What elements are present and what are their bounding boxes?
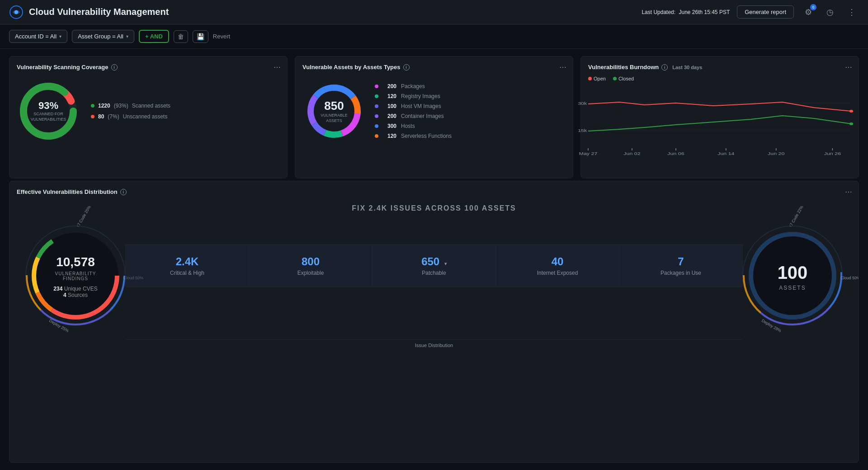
- vulnerability-count: 10,578: [53, 255, 97, 269]
- closed-dot: [613, 77, 617, 80]
- account-id-filter[interactable]: Account ID = All ▾: [9, 30, 67, 43]
- container-dot: [375, 114, 378, 118]
- open-legend: Open: [588, 76, 606, 81]
- dist-card: Effective Vulnerabilities Distribution i…: [9, 181, 859, 463]
- svg-text:15k: 15k: [578, 128, 587, 133]
- svg-text:Jun 20: Jun 20: [768, 151, 784, 156]
- metric-critical: 2.4K Critical & High: [126, 244, 249, 287]
- generate-report-button[interactable]: Generate report: [737, 5, 794, 19]
- bottom-row: Effective Vulnerabilities Distribution i…: [9, 181, 859, 463]
- header-left: Cloud Vulnerability Management: [9, 5, 169, 19]
- dist-title: Effective Vulnerabilities Distribution i: [17, 188, 851, 195]
- info-icon[interactable]: i: [661, 64, 668, 70]
- filter-bar: Account ID = All ▾ Asset Group = All ▾ +…: [0, 24, 868, 49]
- card-menu-icon[interactable]: ⋯: [274, 63, 281, 71]
- asset-hostvm: 100 Host VM Images: [375, 103, 452, 109]
- assets-donut: 850 VULNERABLE ASSETS: [302, 80, 366, 143]
- assets-legend: 200 Packages 120 Registry Images 100 Hos…: [375, 83, 452, 139]
- coverage-content: 93% SCANNED FOR VULNERABILITIES 1220 (93…: [17, 76, 280, 143]
- assets-label: ASSETS: [778, 284, 808, 291]
- filter-icon-button[interactable]: ⚙ 6: [801, 5, 816, 19]
- patchable-arrow[interactable]: ▾: [444, 261, 447, 266]
- last-updated-text: Last Updated: June 26th 15:45 PST: [642, 9, 730, 15]
- svg-text:Jun 14: Jun 14: [717, 151, 734, 156]
- hosts-dot: [375, 124, 378, 128]
- info-icon[interactable]: i: [120, 189, 127, 195]
- funnel-metrics: 2.4K Critical & High 800 Exploitable 650…: [125, 244, 743, 287]
- vulnerable-assets-title: Vulnerable Assets by Assets Types i: [302, 64, 566, 70]
- app-title: Cloud Vulnerability Management: [29, 7, 169, 17]
- and-button[interactable]: + AND: [139, 30, 169, 43]
- issue-dist-label: Issue Distribution: [125, 339, 743, 348]
- card-menu-icon[interactable]: ⋯: [845, 188, 852, 196]
- svg-text:Jun 06: Jun 06: [667, 151, 684, 156]
- left-circle-center: 10,578 VULNERABILITY FINDINGS 234 Unique…: [53, 255, 97, 298]
- metric-exploitable: 800 Exploitable: [249, 244, 373, 287]
- main-content: Vulnerability Scanning Coverage i ⋯ 93%: [0, 49, 868, 470]
- svg-text:May 27: May 27: [579, 151, 598, 156]
- info-icon[interactable]: i: [403, 64, 410, 70]
- funnel-container: 10,578 VULNERABILITY FINDINGS 234 Unique…: [17, 226, 851, 352]
- metric-packages: 7 Packages in Use: [619, 244, 742, 287]
- save-icon: 💾: [197, 33, 204, 40]
- packages-dot: [375, 85, 378, 88]
- card-menu-icon[interactable]: ⋯: [559, 63, 566, 71]
- scanning-coverage-title: Vulnerability Scanning Coverage i: [17, 64, 280, 70]
- asset-packages: 200 Packages: [375, 83, 452, 89]
- delete-filter-button[interactable]: 🗑: [174, 30, 188, 43]
- closed-legend: Closed: [613, 76, 634, 81]
- unscanned-stat: 80 (7%) Unscanned assets: [91, 113, 170, 120]
- unscanned-dot: [91, 115, 94, 118]
- assets-donut-center: 850 VULNERABLE ASSETS: [321, 99, 348, 123]
- chevron-down-icon: ▾: [59, 34, 61, 39]
- svg-point-16: [849, 110, 853, 113]
- revert-button[interactable]: Revert: [213, 33, 230, 40]
- more-icon: ⋮: [848, 7, 856, 17]
- svg-point-17: [849, 122, 853, 125]
- chevron-down-icon: ▾: [126, 34, 128, 39]
- serverless-dot: [375, 134, 378, 138]
- metric-internet: 40 Internet Exposed: [496, 244, 619, 287]
- clock-icon: ◷: [826, 7, 834, 17]
- app-logo: [9, 5, 24, 19]
- fix-banner: FIX 2.4K ISSUES ACROSS 100 ASSETS: [17, 204, 851, 212]
- svg-text:Jun 26: Jun 26: [824, 151, 841, 156]
- left-circle-area: 10,578 VULNERABILITY FINDINGS 234 Unique…: [21, 221, 130, 331]
- registry-dot: [375, 94, 378, 98]
- scanning-donut: 93% SCANNED FOR VULNERABILITIES: [17, 80, 80, 143]
- burndown-chart: 30k 15k May 27 Jun 02 Jun 06 Jun 14 Jun …: [588, 85, 851, 171]
- clock-icon-button[interactable]: ◷: [823, 5, 837, 19]
- filter-badge: 6: [810, 4, 816, 10]
- svg-point-1: [14, 10, 18, 14]
- header-right: Last Updated: June 26th 15:45 PST Genera…: [642, 5, 859, 19]
- open-dot: [588, 77, 592, 80]
- svg-text:30k: 30k: [578, 101, 587, 106]
- asset-hosts: 300 Hosts: [375, 123, 452, 129]
- scanning-coverage-card: Vulnerability Scanning Coverage i ⋯ 93%: [9, 56, 288, 179]
- asset-registry: 120 Registry Images: [375, 93, 452, 99]
- app-header: Cloud Vulnerability Management Last Upda…: [0, 0, 868, 24]
- scanned-dot: [91, 104, 94, 108]
- burndown-card: Vulnerabilities Burndown i Last 30 days …: [580, 56, 859, 179]
- cloud-label-right: Cloud 50%: [840, 276, 859, 280]
- donut-center: 93% SCANNED FOR VULNERABILITIES: [31, 100, 66, 122]
- info-icon[interactable]: i: [111, 64, 118, 70]
- burndown-title: Vulnerabilities Burndown i Last 30 days: [588, 64, 851, 70]
- svg-text:Jun 02: Jun 02: [623, 151, 640, 156]
- top-row: Vulnerability Scanning Coverage i ⋯ 93%: [9, 56, 859, 174]
- asset-group-filter[interactable]: Asset Group = All ▾: [72, 30, 134, 43]
- more-options-button[interactable]: ⋮: [844, 5, 859, 19]
- assets-content: 850 VULNERABLE ASSETS 200 Packages: [302, 76, 566, 143]
- assets-count: 100: [778, 262, 808, 282]
- right-circle-area: 100 ASSETS ↑7 Code 22% Cloud 50% Deploy …: [738, 221, 847, 331]
- hostvm-dot: [375, 104, 378, 108]
- save-filter-button[interactable]: 💾: [193, 30, 208, 43]
- coverage-stats: 1220 (93%) Scanned assets 80 (7%) Unscan…: [91, 103, 170, 120]
- asset-serverless: 120 Serverless Functions: [375, 133, 452, 139]
- card-menu-icon[interactable]: ⋯: [845, 63, 852, 71]
- asset-container: 200 Container Images: [375, 113, 452, 119]
- trash-icon: 🗑: [178, 33, 184, 40]
- right-circle-center: 100 ASSETS: [778, 262, 808, 291]
- scanned-stat: 1220 (93%) Scanned assets: [91, 103, 170, 109]
- vulnerable-assets-card: Vulnerable Assets by Assets Types i ⋯: [295, 56, 573, 179]
